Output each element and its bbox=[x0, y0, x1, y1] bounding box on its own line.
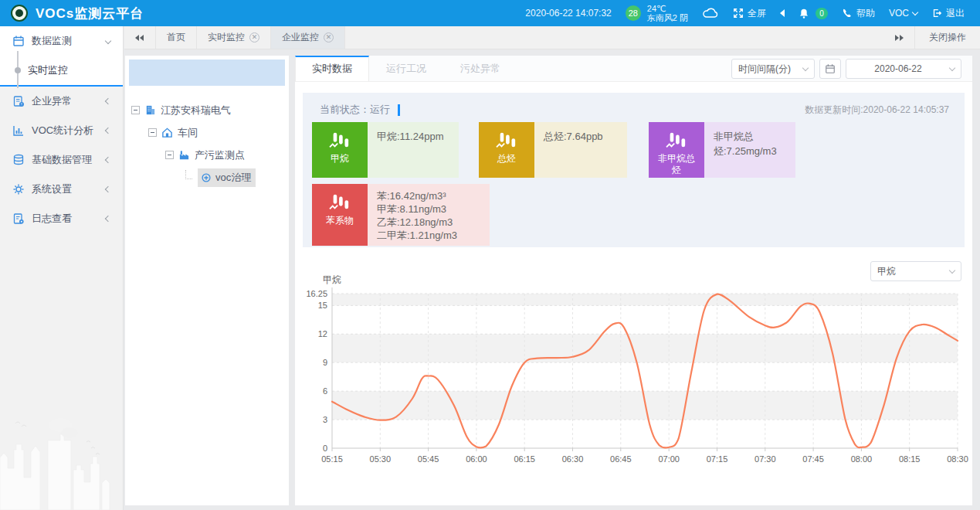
svg-text:08:00: 08:00 bbox=[851, 454, 873, 464]
notifications-button[interactable]: 0 bbox=[799, 8, 828, 19]
svg-text:07:15: 07:15 bbox=[707, 454, 728, 464]
card-name: 总烃 bbox=[486, 153, 527, 165]
time-controls: 时间间隔(分) 2020-06-22 bbox=[731, 59, 961, 79]
svg-text:9: 9 bbox=[323, 358, 327, 367]
card-value-line: 总烃:7.64ppb bbox=[544, 129, 618, 144]
logout-button[interactable]: 退出 bbox=[931, 7, 965, 20]
tab-home[interactable]: 首页 bbox=[155, 26, 197, 49]
tree-node-label: 产污监测点 bbox=[195, 148, 245, 162]
date-select[interactable]: 2020-06-22 bbox=[846, 59, 961, 79]
sidebar-item-base-data[interactable]: 基础数据管理 bbox=[0, 145, 123, 175]
calendar-icon bbox=[12, 35, 25, 47]
interval-select[interactable]: 时间间隔(分) bbox=[731, 59, 815, 79]
sidebar-nav: 数据监测 实时监控 企业异常 VOC统计分析 基础数据管理 系 bbox=[0, 26, 124, 510]
home-icon bbox=[161, 127, 173, 138]
chevron-down-icon bbox=[949, 64, 955, 70]
tab-realtime-monitor[interactable]: 实时监控✕ bbox=[197, 26, 271, 49]
methane-line-chart: 05:1505:3005:4506:0006:1506:3006:4507:00… bbox=[295, 274, 972, 484]
log-document-icon bbox=[12, 212, 25, 225]
sidebar-item-realtime-monitor[interactable]: 实时监控 bbox=[0, 56, 123, 85]
card-value-line: 二甲苯:1.21ng/m3 bbox=[377, 229, 480, 242]
weather-info: 24℃ 东南风2 阴 bbox=[647, 4, 688, 22]
chevron-left-icon bbox=[105, 157, 111, 163]
signal-bars-icon bbox=[665, 131, 688, 151]
temperature-label: 24℃ bbox=[647, 4, 688, 13]
card-value-line: 苯:16.42ng/m3³ bbox=[377, 189, 480, 202]
card-values: 总烃:7.64ppb bbox=[534, 122, 627, 178]
collapse-node-icon[interactable] bbox=[131, 106, 140, 114]
sidebar-item-label: 企业异常 bbox=[32, 94, 72, 108]
close-tab-icon[interactable]: ✕ bbox=[249, 32, 259, 42]
card-name: 非甲烷总烃 bbox=[656, 153, 697, 176]
chevron-left-icon bbox=[105, 128, 111, 134]
svg-text:07:30: 07:30 bbox=[754, 454, 776, 464]
enterprise-tree-panel: 江苏安科瑞电气 车间 产污监测点 voc治理 bbox=[125, 56, 289, 505]
app-title: VOCs监测云平台 bbox=[36, 5, 144, 22]
fullscreen-icon bbox=[733, 8, 744, 19]
tab-treatment-abnormal[interactable]: 污处异常 bbox=[443, 56, 517, 81]
collapse-header-button[interactable] bbox=[780, 9, 785, 17]
phone-icon bbox=[842, 8, 853, 19]
svg-text:12: 12 bbox=[318, 329, 327, 338]
tree-node-voc-treatment[interactable]: voc治理 bbox=[125, 166, 289, 189]
sidebar-item-system-settings[interactable]: 系统设置 bbox=[0, 175, 123, 204]
svg-text:06:15: 06:15 bbox=[514, 454, 535, 464]
card-value-line: 非甲烷总烃:7.25mg/m3 bbox=[714, 129, 786, 158]
fullscreen-button[interactable]: 全屏 bbox=[733, 7, 766, 20]
chevron-down-icon bbox=[949, 267, 955, 273]
tab-enterprise-monitor[interactable]: 企业监控✕ bbox=[271, 26, 345, 49]
notification-count-badge: 0 bbox=[816, 8, 828, 19]
card-values: 苯:16.42ng/m3³ 甲苯:8.11ng/m3 乙苯:12.18ng/m3… bbox=[368, 184, 490, 246]
svg-text:06:00: 06:00 bbox=[466, 454, 487, 464]
app-window: VOCs监测云平台 2020-06-22 14:07:32 28 24℃ 东南风… bbox=[0, 0, 980, 510]
chevron-left-icon bbox=[105, 216, 111, 222]
collapse-node-icon[interactable] bbox=[148, 128, 157, 137]
tree-node-selected[interactable]: voc治理 bbox=[198, 168, 256, 187]
sidebar-item-log-view[interactable]: 日志查看 bbox=[0, 204, 123, 233]
status-value: 运行 bbox=[370, 103, 390, 117]
bar-chart-icon bbox=[12, 124, 25, 137]
circle-plus-icon bbox=[201, 172, 212, 183]
card-nmhc: 非甲烷总烃 非甲烷总烃:7.25mg/m3 bbox=[649, 122, 795, 178]
signal-bars-icon bbox=[328, 131, 351, 151]
card-value-line: 甲烷:11.24ppm bbox=[377, 129, 449, 144]
data-update-time: 数据更新时间:2020-06-22 14:05:37 bbox=[805, 104, 949, 117]
card-benzene-series: 苯系物 苯:16.42ng/m3³ 甲苯:8.11ng/m3 乙苯:12.18n… bbox=[312, 184, 490, 246]
card-icon-box: 甲烷 bbox=[312, 122, 368, 178]
tree-leaf-connector bbox=[185, 170, 192, 179]
chevron-down-icon bbox=[105, 38, 111, 44]
chevron-left-icon bbox=[105, 98, 111, 104]
close-tab-icon[interactable]: ✕ bbox=[324, 32, 334, 42]
sidebar-item-enterprise-abnormal[interactable]: 企业异常 bbox=[0, 87, 123, 116]
tree-node-workshop[interactable]: 车间 bbox=[125, 121, 289, 144]
top-header: VOCs监测云平台 2020-06-22 14:07:32 28 24℃ 东南风… bbox=[0, 0, 980, 26]
sidebar-item-voc-statistics[interactable]: VOC统计分析 bbox=[0, 116, 123, 145]
gear-icon bbox=[12, 183, 25, 196]
close-operations-button[interactable]: 关闭操作 bbox=[914, 26, 980, 49]
tree-node-pollution-point[interactable]: 产污监测点 bbox=[125, 144, 289, 166]
calendar-button[interactable] bbox=[819, 59, 841, 79]
svg-text:3: 3 bbox=[323, 415, 327, 424]
card-icon-box: 苯系物 bbox=[312, 184, 368, 246]
scroll-tabs-right-button[interactable] bbox=[883, 26, 914, 49]
wind-weather-label: 东南风2 阴 bbox=[647, 13, 688, 22]
triangle-left-icon bbox=[780, 9, 785, 17]
tree: 江苏安科瑞电气 车间 产污监测点 voc治理 bbox=[125, 90, 289, 189]
tab-realtime-data[interactable]: 实时数据 bbox=[295, 56, 369, 81]
tree-node-company[interactable]: 江苏安科瑞电气 bbox=[125, 99, 289, 121]
tab-operating-condition[interactable]: 运行工况 bbox=[369, 56, 443, 81]
svg-text:06:45: 06:45 bbox=[610, 454, 632, 464]
svg-text:6: 6 bbox=[323, 386, 327, 396]
card-methane: 甲烷 甲烷:11.24ppm bbox=[312, 122, 459, 178]
help-button[interactable]: 帮助 bbox=[842, 7, 875, 20]
header-datetime: 2020-06-22 14:07:32 bbox=[525, 8, 611, 19]
voc-menu-button[interactable]: VOC bbox=[889, 8, 917, 19]
exit-icon bbox=[931, 8, 942, 19]
database-layers-icon bbox=[12, 154, 25, 166]
sidebar-item-label: 系统设置 bbox=[32, 182, 72, 196]
sidebar-subitem-label: 实时监控 bbox=[28, 63, 68, 77]
collapse-node-icon[interactable] bbox=[165, 151, 174, 159]
header-right-cluster: 2020-06-22 14:07:32 28 24℃ 东南风2 阴 全屏 0 帮… bbox=[511, 4, 980, 22]
tree-toolbar[interactable] bbox=[129, 60, 285, 86]
scroll-tabs-left-button[interactable] bbox=[124, 26, 155, 49]
